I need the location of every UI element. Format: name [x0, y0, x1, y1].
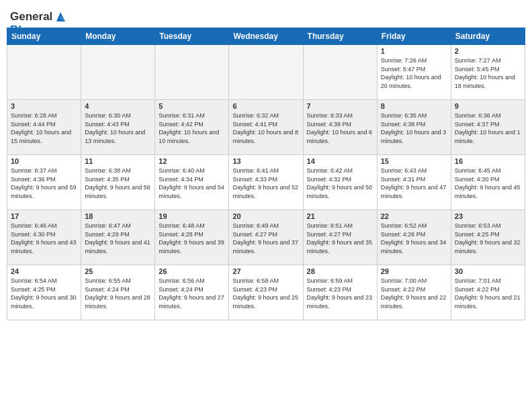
calendar-cell: 25Sunrise: 6:55 AM Sunset: 4:24 PM Dayli… — [81, 265, 155, 320]
calendar-cell: 15Sunrise: 6:43 AM Sunset: 4:31 PM Dayli… — [377, 155, 451, 210]
calendar-cell: 19Sunrise: 6:48 AM Sunset: 4:28 PM Dayli… — [155, 210, 229, 265]
day-number: 13 — [232, 157, 299, 165]
calendar-week-row: 10Sunrise: 6:37 AM Sunset: 4:36 PM Dayli… — [7, 155, 525, 210]
calendar-cell: 6Sunrise: 6:32 AM Sunset: 4:41 PM Daylig… — [229, 100, 303, 155]
calendar-cell — [7, 45, 81, 100]
day-number: 24 — [11, 267, 77, 275]
day-info: Sunrise: 6:59 AM Sunset: 4:23 PM Dayligh… — [307, 277, 373, 310]
calendar-week-row: 17Sunrise: 6:46 AM Sunset: 4:30 PM Dayli… — [7, 210, 525, 265]
calendar-cell: 5Sunrise: 6:31 AM Sunset: 4:42 PM Daylig… — [155, 100, 229, 155]
day-number: 2 — [455, 47, 521, 55]
day-number: 27 — [232, 267, 299, 275]
day-number: 8 — [381, 102, 447, 110]
day-info: Sunrise: 6:31 AM Sunset: 4:42 PM Dayligh… — [159, 111, 225, 145]
day-info: Sunrise: 6:32 AM Sunset: 4:41 PM Dayligh… — [232, 111, 299, 145]
calendar-cell: 7Sunrise: 6:33 AM Sunset: 4:39 PM Daylig… — [303, 100, 377, 155]
day-number: 25 — [85, 267, 151, 275]
day-info: Sunrise: 6:40 AM Sunset: 4:34 PM Dayligh… — [159, 167, 225, 200]
logo-icon — [53, 9, 68, 24]
day-info: Sunrise: 6:35 AM Sunset: 4:38 PM Dayligh… — [381, 111, 447, 145]
day-info: Sunrise: 6:45 AM Sunset: 4:30 PM Dayligh… — [455, 167, 521, 200]
calendar-wrapper: Sunday Monday Tuesday Wednesday Thursday… — [0, 28, 532, 320]
calendar-cell: 16Sunrise: 6:45 AM Sunset: 4:30 PM Dayli… — [451, 155, 525, 210]
calendar-cell: 29Sunrise: 7:00 AM Sunset: 4:22 PM Dayli… — [377, 265, 451, 320]
day-number: 12 — [159, 157, 225, 165]
day-info: Sunrise: 6:56 AM Sunset: 4:24 PM Dayligh… — [159, 277, 225, 310]
calendar-cell — [155, 45, 229, 100]
day-info: Sunrise: 6:52 AM Sunset: 4:26 PM Dayligh… — [381, 222, 447, 255]
day-number: 6 — [232, 102, 299, 110]
day-number: 11 — [85, 157, 151, 165]
day-number: 20 — [232, 212, 299, 220]
day-number: 14 — [307, 157, 373, 165]
weekday-header-row: Sunday Monday Tuesday Wednesday Thursday… — [7, 28, 525, 45]
day-info: Sunrise: 6:33 AM Sunset: 4:39 PM Dayligh… — [307, 111, 373, 145]
day-info: Sunrise: 7:26 AM Sunset: 5:47 PM Dayligh… — [381, 56, 447, 90]
day-info: Sunrise: 6:47 AM Sunset: 4:29 PM Dayligh… — [85, 222, 151, 255]
day-number: 17 — [11, 212, 77, 220]
calendar-cell: 20Sunrise: 6:49 AM Sunset: 4:27 PM Dayli… — [229, 210, 303, 265]
day-number: 10 — [11, 157, 77, 165]
day-info: Sunrise: 6:42 AM Sunset: 4:32 PM Dayligh… — [307, 167, 373, 200]
header-monday: Monday — [81, 28, 155, 45]
calendar-cell: 4Sunrise: 6:30 AM Sunset: 4:43 PM Daylig… — [81, 100, 155, 155]
calendar-cell: 9Sunrise: 6:36 AM Sunset: 4:37 PM Daylig… — [451, 100, 525, 155]
day-info: Sunrise: 6:49 AM Sunset: 4:27 PM Dayligh… — [232, 222, 299, 255]
calendar-cell: 1Sunrise: 7:26 AM Sunset: 5:47 PM Daylig… — [377, 45, 451, 100]
day-info: Sunrise: 7:00 AM Sunset: 4:22 PM Dayligh… — [381, 277, 447, 310]
calendar-cell: 12Sunrise: 6:40 AM Sunset: 4:34 PM Dayli… — [155, 155, 229, 210]
calendar-week-row: 3Sunrise: 6:28 AM Sunset: 4:44 PM Daylig… — [7, 100, 525, 155]
calendar-week-row: 1Sunrise: 7:26 AM Sunset: 5:47 PM Daylig… — [7, 45, 525, 100]
header-thursday: Thursday — [303, 28, 377, 45]
day-number: 1 — [381, 47, 447, 55]
day-number: 26 — [159, 267, 225, 275]
calendar-cell: 26Sunrise: 6:56 AM Sunset: 4:24 PM Dayli… — [155, 265, 229, 320]
day-info: Sunrise: 6:54 AM Sunset: 4:25 PM Dayligh… — [11, 277, 77, 310]
calendar-cell: 30Sunrise: 7:01 AM Sunset: 4:22 PM Dayli… — [451, 265, 525, 320]
day-number: 3 — [11, 102, 77, 110]
logo-general-text: General — [10, 10, 52, 24]
day-number: 7 — [307, 102, 373, 110]
day-info: Sunrise: 6:46 AM Sunset: 4:30 PM Dayligh… — [11, 222, 77, 255]
day-number: 23 — [455, 212, 521, 220]
day-info: Sunrise: 7:01 AM Sunset: 4:22 PM Dayligh… — [455, 277, 521, 310]
header-wednesday: Wednesday — [229, 28, 303, 45]
day-info: Sunrise: 6:43 AM Sunset: 4:31 PM Dayligh… — [381, 167, 447, 200]
day-number: 21 — [307, 212, 373, 220]
day-info: Sunrise: 6:51 AM Sunset: 4:27 PM Dayligh… — [307, 222, 373, 255]
day-number: 30 — [455, 267, 521, 275]
day-info: Sunrise: 7:27 AM Sunset: 5:45 PM Dayligh… — [455, 56, 521, 90]
header-tuesday: Tuesday — [155, 28, 229, 45]
day-number: 22 — [381, 212, 447, 220]
day-info: Sunrise: 6:48 AM Sunset: 4:28 PM Dayligh… — [159, 222, 225, 255]
logo: General — [10, 7, 69, 24]
day-number: 18 — [85, 212, 151, 220]
calendar-cell: 14Sunrise: 6:42 AM Sunset: 4:32 PM Dayli… — [303, 155, 377, 210]
calendar-cell: 10Sunrise: 6:37 AM Sunset: 4:36 PM Dayli… — [7, 155, 81, 210]
day-info: Sunrise: 6:38 AM Sunset: 4:35 PM Dayligh… — [85, 167, 151, 200]
calendar-cell: 27Sunrise: 6:58 AM Sunset: 4:23 PM Dayli… — [229, 265, 303, 320]
calendar-cell: 21Sunrise: 6:51 AM Sunset: 4:27 PM Dayli… — [303, 210, 377, 265]
calendar-cell — [81, 45, 155, 100]
day-number: 9 — [455, 102, 521, 110]
calendar-week-row: 24Sunrise: 6:54 AM Sunset: 4:25 PM Dayli… — [7, 265, 525, 320]
day-info: Sunrise: 6:55 AM Sunset: 4:24 PM Dayligh… — [85, 277, 151, 310]
day-info: Sunrise: 6:30 AM Sunset: 4:43 PM Dayligh… — [85, 111, 151, 145]
calendar-cell: 2Sunrise: 7:27 AM Sunset: 5:45 PM Daylig… — [451, 45, 525, 100]
header-saturday: Saturday — [451, 28, 525, 45]
calendar-cell: 11Sunrise: 6:38 AM Sunset: 4:35 PM Dayli… — [81, 155, 155, 210]
calendar-table: Sunday Monday Tuesday Wednesday Thursday… — [7, 28, 525, 320]
day-info: Sunrise: 6:53 AM Sunset: 4:25 PM Dayligh… — [455, 222, 521, 255]
calendar-cell: 3Sunrise: 6:28 AM Sunset: 4:44 PM Daylig… — [7, 100, 81, 155]
logo-blue-label: Blue — [10, 24, 35, 37]
calendar-cell: 8Sunrise: 6:35 AM Sunset: 4:38 PM Daylig… — [377, 100, 451, 155]
calendar-cell: 24Sunrise: 6:54 AM Sunset: 4:25 PM Dayli… — [7, 265, 81, 320]
day-number: 28 — [307, 267, 373, 275]
calendar-cell: 17Sunrise: 6:46 AM Sunset: 4:30 PM Dayli… — [7, 210, 81, 265]
day-info: Sunrise: 6:36 AM Sunset: 4:37 PM Dayligh… — [455, 111, 521, 145]
day-number: 29 — [381, 267, 447, 275]
header-friday: Friday — [377, 28, 451, 45]
calendar-cell — [229, 45, 303, 100]
day-number: 15 — [381, 157, 447, 165]
calendar-cell: 13Sunrise: 6:41 AM Sunset: 4:33 PM Dayli… — [229, 155, 303, 210]
